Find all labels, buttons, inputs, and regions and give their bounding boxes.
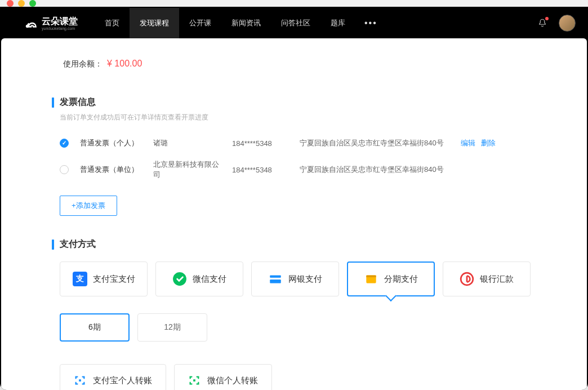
pay-option-bank[interactable]: 网银支付 (251, 262, 339, 296)
invoice-section-subtitle: 当前订单支付成功后可在订单详情页查看开票进度 (52, 113, 536, 122)
balance-amount: ¥ 100.00 (107, 59, 142, 69)
balance-label: 使用余额： (63, 59, 103, 69)
pay-option-label: 分期支付 (384, 274, 418, 285)
pay-option-remit[interactable]: 银行汇款 (443, 262, 531, 296)
invoice-phone: 184****5348 (232, 139, 288, 148)
invoice-name: 北京昱新科技有限公司 (153, 159, 221, 180)
transfer-option-label: 支付宝个人转账 (93, 375, 152, 386)
svg-rect-2 (270, 276, 281, 278)
user-avatar[interactable] (559, 15, 576, 32)
logo-text: 云朵课堂 (42, 16, 78, 28)
logo[interactable]: 云朵课堂 yunduoketang.com (24, 16, 78, 30)
pay-option-label: 网银支付 (288, 274, 322, 285)
pay-option-installment[interactable]: 分期支付 (347, 262, 435, 296)
invoice-type: 普通发票（单位） (80, 165, 142, 175)
period-option-1[interactable]: 12期 (137, 313, 207, 342)
svg-rect-6 (79, 379, 81, 382)
invoice-radio[interactable] (60, 165, 69, 174)
invoice-type: 普通发票（个人） (80, 138, 142, 148)
invoice-row[interactable]: 普通发票（单位）北京昱新科技有限公司184****5348宁夏回族自治区吴忠市红… (52, 154, 536, 185)
svg-rect-3 (270, 280, 281, 283)
window-titlebar (0, 0, 588, 7)
bracket-icon (74, 374, 86, 387)
transfer-option-0[interactable]: 支付宝个人转账 (60, 364, 166, 390)
invoice-edit-link[interactable]: 编辑 (461, 138, 475, 148)
logo-icon (24, 16, 38, 30)
invoice-delete-link[interactable]: 删除 (481, 138, 496, 148)
transfer-option-1[interactable]: 微信个人转账 (174, 364, 272, 390)
balance-row: 使用余额： ¥ 100.00 (52, 59, 536, 69)
nav-item-4[interactable]: 问答社区 (271, 8, 320, 38)
svg-point-1 (173, 272, 186, 286)
pay-option-wechat[interactable]: 微信支付 (155, 262, 243, 296)
invoice-section-title: 发票信息 (52, 96, 536, 108)
maximize-window-icon[interactable] (29, 0, 36, 7)
notification-bell-icon[interactable] (537, 18, 547, 28)
invoice-radio[interactable] (60, 139, 69, 148)
pay-option-alipay[interactable]: 支支付宝支付 (60, 262, 148, 296)
notification-dot-icon (545, 17, 549, 20)
payment-section-title: 支付方式 (52, 238, 536, 250)
nav-item-2[interactable]: 公开课 (179, 8, 221, 38)
invoice-row[interactable]: 普通发票（个人）诸璐184****5348宁夏回族自治区吴忠市红寺堡区幸福街84… (52, 132, 536, 154)
bracket-icon (188, 374, 201, 387)
svg-rect-4 (366, 276, 376, 277)
close-window-icon[interactable] (7, 0, 14, 7)
logo-subtext: yunduoketang.com (42, 26, 78, 30)
main-nav: 首页发现课程公开课新闻资讯问答社区题库 (95, 8, 355, 38)
pay-option-label: 银行汇款 (480, 274, 514, 285)
invoice-address: 宁夏回族自治区吴忠市红寺堡区幸福街840号 (300, 138, 444, 148)
invoice-name: 诸璐 (153, 138, 221, 148)
nav-item-0[interactable]: 首页 (95, 8, 130, 38)
period-option-0[interactable]: 6期 (60, 313, 130, 342)
svg-rect-7 (193, 379, 195, 382)
minimize-window-icon[interactable] (18, 0, 25, 7)
pay-option-label: 微信支付 (193, 274, 226, 285)
svg-point-0 (26, 25, 29, 28)
add-invoice-button[interactable]: +添加发票 (60, 196, 117, 216)
nav-item-3[interactable]: 新闻资讯 (221, 8, 271, 38)
nav-item-1[interactable]: 发现课程 (130, 8, 179, 38)
transfer-option-label: 微信个人转账 (207, 375, 258, 386)
nav-more-icon[interactable]: ••• (355, 18, 386, 28)
invoice-phone: 184****5348 (232, 166, 288, 174)
nav-item-5[interactable]: 题库 (320, 8, 355, 38)
top-navbar: 云朵课堂 yunduoketang.com 首页发现课程公开课新闻资讯问答社区题… (1, 8, 587, 38)
invoice-address: 宁夏回族自治区吴忠市红寺堡区幸福街840号 (300, 165, 444, 175)
pay-option-label: 支付宝支付 (93, 274, 135, 285)
